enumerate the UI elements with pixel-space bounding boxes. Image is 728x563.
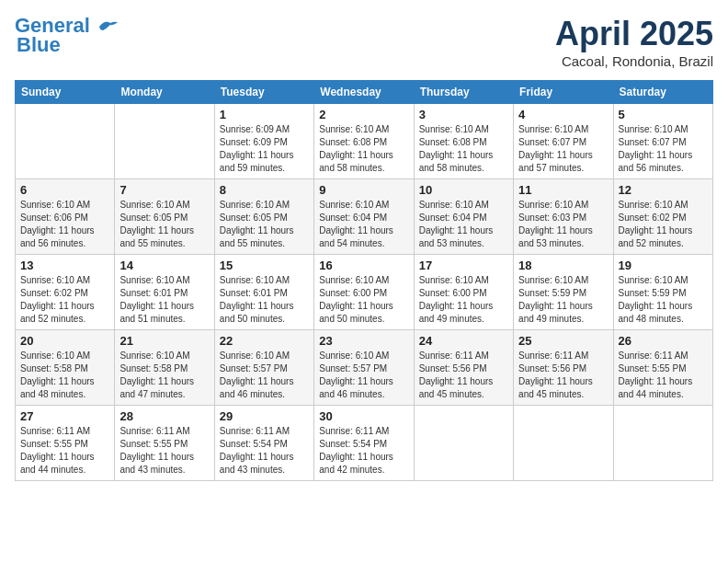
day-number: 22 [220,334,309,348]
day-info: Sunrise: 6:10 AMSunset: 6:06 PMDaylight:… [20,199,109,250]
day-cell [514,406,613,481]
weekday-header-saturday: Saturday [613,81,712,104]
day-number: 29 [220,409,309,423]
weekday-header-monday: Monday [115,81,214,104]
day-cell: 23Sunrise: 6:10 AMSunset: 5:57 PMDayligh… [314,330,414,406]
title-block: April 2025 Cacoal, Rondonia, Brazil [555,15,713,69]
day-info: Sunrise: 6:10 AMSunset: 6:08 PMDaylight:… [319,123,408,175]
day-info: Sunrise: 6:11 AMSunset: 5:54 PMDaylight:… [319,425,408,477]
day-info: Sunrise: 6:11 AMSunset: 5:56 PMDaylight:… [419,350,508,401]
day-cell [115,104,214,179]
day-info: Sunrise: 6:10 AMSunset: 6:01 PMDaylight:… [220,274,309,326]
day-cell: 13Sunrise: 6:10 AMSunset: 6:02 PMDayligh… [16,255,115,330]
day-info: Sunrise: 6:10 AMSunset: 5:57 PMDaylight:… [319,350,408,401]
day-info: Sunrise: 6:10 AMSunset: 6:07 PMDaylight:… [518,123,608,175]
week-row-4: 20Sunrise: 6:10 AMSunset: 5:58 PMDayligh… [16,330,713,406]
day-cell: 16Sunrise: 6:10 AMSunset: 6:00 PMDayligh… [314,255,414,330]
day-number: 20 [20,334,109,348]
day-cell: 2Sunrise: 6:10 AMSunset: 6:08 PMDaylight… [314,104,414,179]
day-info: Sunrise: 6:10 AMSunset: 6:03 PMDaylight:… [518,199,608,250]
day-number: 2 [319,108,408,121]
page-header: General Blue April 2025 Cacoal, Rondonia… [15,15,713,69]
day-number: 11 [518,183,608,197]
day-cell: 22Sunrise: 6:10 AMSunset: 5:57 PMDayligh… [214,330,313,406]
day-info: Sunrise: 6:10 AMSunset: 6:07 PMDaylight:… [619,123,708,175]
day-info: Sunrise: 6:10 AMSunset: 5:58 PMDaylight:… [119,350,209,401]
weekday-header-friday: Friday [514,81,613,104]
day-cell: 11Sunrise: 6:10 AMSunset: 6:03 PMDayligh… [514,179,613,255]
week-row-5: 27Sunrise: 6:11 AMSunset: 5:55 PMDayligh… [16,406,713,481]
day-info: Sunrise: 6:10 AMSunset: 6:05 PMDaylight:… [119,199,209,250]
day-info: Sunrise: 6:10 AMSunset: 6:04 PMDaylight:… [319,199,408,250]
weekday-header-row: SundayMondayTuesdayWednesdayThursdayFrid… [16,81,713,104]
day-cell [414,406,513,481]
day-info: Sunrise: 6:10 AMSunset: 6:02 PMDaylight:… [619,199,708,250]
weekday-header-wednesday: Wednesday [314,81,414,104]
day-number: 5 [619,108,708,121]
day-cell: 3Sunrise: 6:10 AMSunset: 6:08 PMDaylight… [414,104,513,179]
day-info: Sunrise: 6:11 AMSunset: 5:55 PMDaylight:… [619,350,708,401]
day-number: 24 [419,334,508,348]
day-number: 26 [619,334,708,348]
day-cell: 27Sunrise: 6:11 AMSunset: 5:55 PMDayligh… [16,406,115,481]
day-cell: 17Sunrise: 6:10 AMSunset: 6:00 PMDayligh… [414,255,513,330]
logo: General Blue [15,15,118,57]
day-cell: 1Sunrise: 6:09 AMSunset: 6:09 PMDaylight… [214,104,313,179]
day-number: 25 [518,334,608,348]
day-number: 23 [319,334,408,348]
day-cell: 7Sunrise: 6:10 AMSunset: 6:05 PMDaylight… [115,179,214,255]
day-info: Sunrise: 6:11 AMSunset: 5:54 PMDaylight:… [220,425,309,477]
day-number: 28 [119,409,209,423]
day-cell: 19Sunrise: 6:10 AMSunset: 5:59 PMDayligh… [613,255,712,330]
day-cell: 26Sunrise: 6:11 AMSunset: 5:55 PMDayligh… [613,330,712,406]
day-cell: 5Sunrise: 6:10 AMSunset: 6:07 PMDaylight… [613,104,712,179]
day-cell: 8Sunrise: 6:10 AMSunset: 6:05 PMDaylight… [214,179,313,255]
day-number: 13 [20,259,109,272]
day-number: 12 [619,183,708,197]
day-info: Sunrise: 6:10 AMSunset: 6:02 PMDaylight:… [20,274,109,326]
day-number: 14 [119,259,209,272]
weekday-header-sunday: Sunday [16,81,115,104]
day-info: Sunrise: 6:10 AMSunset: 6:08 PMDaylight:… [419,123,508,175]
day-info: Sunrise: 6:10 AMSunset: 6:00 PMDaylight:… [419,274,508,326]
logo-blue: Blue [17,33,61,57]
weekday-header-tuesday: Tuesday [214,81,313,104]
day-cell: 24Sunrise: 6:11 AMSunset: 5:56 PMDayligh… [414,330,513,406]
week-row-1: 1Sunrise: 6:09 AMSunset: 6:09 PMDaylight… [16,104,713,179]
day-number: 19 [619,259,708,272]
day-info: Sunrise: 6:10 AMSunset: 6:00 PMDaylight:… [319,274,408,326]
week-row-2: 6Sunrise: 6:10 AMSunset: 6:06 PMDaylight… [16,179,713,255]
day-cell: 20Sunrise: 6:10 AMSunset: 5:58 PMDayligh… [16,330,115,406]
day-info: Sunrise: 6:10 AMSunset: 6:05 PMDaylight:… [220,199,309,250]
day-number: 4 [518,108,608,121]
day-number: 8 [220,183,309,197]
day-number: 9 [319,183,408,197]
day-cell: 10Sunrise: 6:10 AMSunset: 6:04 PMDayligh… [414,179,513,255]
day-number: 6 [20,183,109,197]
day-number: 3 [419,108,508,121]
day-cell: 9Sunrise: 6:10 AMSunset: 6:04 PMDaylight… [314,179,414,255]
day-cell: 12Sunrise: 6:10 AMSunset: 6:02 PMDayligh… [613,179,712,255]
day-number: 27 [20,409,109,423]
day-number: 16 [319,259,408,272]
day-info: Sunrise: 6:10 AMSunset: 5:59 PMDaylight:… [518,274,608,326]
day-cell: 25Sunrise: 6:11 AMSunset: 5:56 PMDayligh… [514,330,613,406]
day-info: Sunrise: 6:09 AMSunset: 6:09 PMDaylight:… [220,123,309,175]
day-info: Sunrise: 6:10 AMSunset: 6:01 PMDaylight:… [119,274,209,326]
week-row-3: 13Sunrise: 6:10 AMSunset: 6:02 PMDayligh… [16,255,713,330]
day-info: Sunrise: 6:10 AMSunset: 6:04 PMDaylight:… [419,199,508,250]
day-info: Sunrise: 6:11 AMSunset: 5:56 PMDaylight:… [518,350,608,401]
day-number: 17 [419,259,508,272]
calendar-table: SundayMondayTuesdayWednesdayThursdayFrid… [15,80,713,481]
day-cell: 29Sunrise: 6:11 AMSunset: 5:54 PMDayligh… [214,406,313,481]
day-number: 30 [319,409,408,423]
day-number: 18 [518,259,608,272]
bird-icon [97,19,118,34]
day-info: Sunrise: 6:10 AMSunset: 5:59 PMDaylight:… [619,274,708,326]
weekday-header-thursday: Thursday [414,81,513,104]
day-number: 15 [220,259,309,272]
day-cell: 15Sunrise: 6:10 AMSunset: 6:01 PMDayligh… [214,255,313,330]
day-number: 21 [119,334,209,348]
day-cell [16,104,115,179]
day-cell [613,406,712,481]
